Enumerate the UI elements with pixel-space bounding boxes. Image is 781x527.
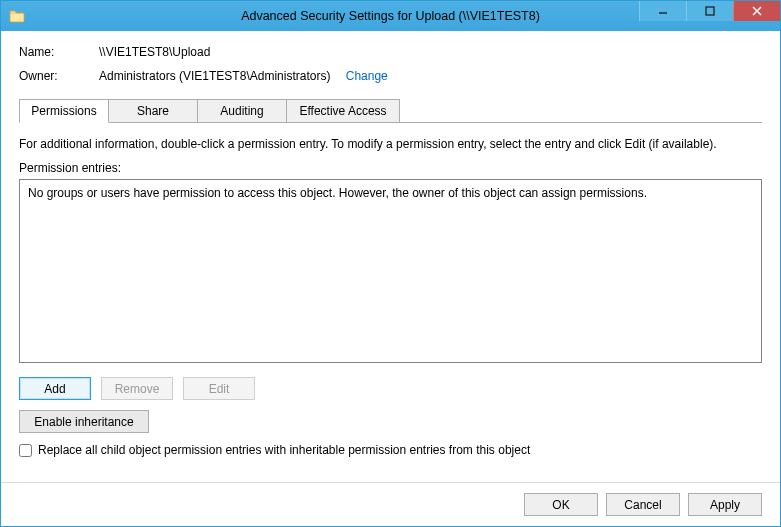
minimize-button[interactable] (639, 1, 686, 21)
replace-children-label: Replace all child object permission entr… (38, 443, 530, 457)
tab-permissions[interactable]: Permissions (19, 99, 109, 123)
ok-button[interactable]: OK (524, 493, 598, 516)
tab-share[interactable]: Share (108, 99, 198, 123)
owner-value-wrap: Administrators (VIE1TEST8\Administrators… (99, 69, 762, 83)
tab-effective-access[interactable]: Effective Access (286, 99, 400, 123)
owner-label: Owner: (19, 69, 99, 83)
close-button[interactable] (733, 1, 780, 21)
apply-button[interactable]: Apply (688, 493, 762, 516)
change-owner-link[interactable]: Change (346, 69, 388, 83)
enable-inheritance-button[interactable]: Enable inheritance (19, 410, 149, 433)
svg-rect-1 (706, 7, 714, 15)
permission-entries-list[interactable]: No groups or users have permission to ac… (19, 179, 762, 363)
maximize-button[interactable] (686, 1, 733, 21)
folder-icon (9, 8, 25, 24)
entry-buttons-row: Add Remove Edit (19, 377, 762, 400)
window-controls (639, 1, 780, 31)
empty-entries-message: No groups or users have permission to ac… (28, 186, 753, 200)
edit-button: Edit (183, 377, 255, 400)
cancel-button[interactable]: Cancel (606, 493, 680, 516)
content-area: Name: \\VIE1TEST8\Upload Owner: Administ… (1, 31, 780, 482)
replace-children-row[interactable]: Replace all child object permission entr… (19, 443, 762, 457)
window-frame: Advanced Security Settings for Upload (\… (0, 0, 781, 527)
replace-children-checkbox[interactable] (19, 444, 32, 457)
instructions-text: For additional information, double-click… (19, 137, 762, 151)
dialog-footer: OK Cancel Apply (1, 482, 780, 526)
tabstrip: Permissions Share Auditing Effective Acc… (19, 99, 762, 123)
name-value: \\VIE1TEST8\Upload (99, 45, 762, 59)
titlebar: Advanced Security Settings for Upload (\… (1, 1, 780, 31)
remove-button: Remove (101, 377, 173, 400)
owner-value: Administrators (VIE1TEST8\Administrators… (99, 69, 330, 83)
add-button[interactable]: Add (19, 377, 91, 400)
owner-row: Owner: Administrators (VIE1TEST8\Adminis… (19, 69, 762, 83)
tab-auditing[interactable]: Auditing (197, 99, 287, 123)
entries-label: Permission entries: (19, 161, 762, 175)
name-label: Name: (19, 45, 99, 59)
inheritance-row: Enable inheritance (19, 410, 762, 433)
name-row: Name: \\VIE1TEST8\Upload (19, 45, 762, 59)
